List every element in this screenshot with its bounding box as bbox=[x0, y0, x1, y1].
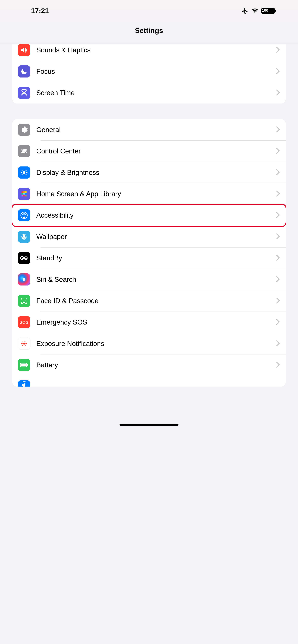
svg-line-11 bbox=[22, 174, 23, 175]
settings-group-general: General Control Center bbox=[13, 119, 285, 386]
chevron-right-icon bbox=[276, 126, 280, 133]
svg-rect-19 bbox=[22, 195, 23, 196]
settings-row-sounds-haptics[interactable]: Sounds & Haptics bbox=[13, 44, 285, 61]
chevron-right-icon bbox=[276, 362, 280, 368]
status-icons: 100 bbox=[241, 8, 275, 14]
row-label: Wallpaper bbox=[36, 233, 273, 240]
home-indicator[interactable] bbox=[119, 424, 179, 426]
svg-point-3 bbox=[25, 152, 26, 153]
svg-rect-13 bbox=[22, 192, 23, 193]
chevron-right-icon bbox=[276, 169, 280, 176]
chevron-right-icon bbox=[276, 47, 280, 54]
airplane-mode-icon bbox=[241, 8, 248, 14]
chevron-right-icon bbox=[276, 190, 280, 197]
row-label: Sounds & Haptics bbox=[36, 46, 273, 54]
svg-rect-20 bbox=[23, 195, 25, 196]
svg-line-12 bbox=[26, 170, 26, 171]
chevron-right-icon bbox=[276, 276, 280, 283]
svg-rect-21 bbox=[25, 195, 27, 196]
row-label: Accessibility bbox=[36, 212, 273, 219]
screen-time-hourglass-icon bbox=[18, 87, 30, 99]
svg-point-47 bbox=[22, 342, 23, 342]
chevron-right-icon bbox=[276, 90, 280, 96]
chevron-right-icon bbox=[276, 319, 280, 326]
settings-row-home-screen[interactable]: Home Screen & App Library bbox=[13, 183, 285, 204]
svg-point-48 bbox=[26, 342, 26, 342]
page-title: Settings bbox=[0, 26, 298, 35]
battery-icon bbox=[18, 359, 30, 371]
chevron-right-icon bbox=[276, 340, 280, 347]
chevron-right-icon bbox=[276, 68, 280, 75]
wallpaper-flower-icon bbox=[18, 231, 30, 243]
privacy-hand-icon bbox=[18, 380, 30, 386]
settings-row-face-id-passcode[interactable]: Face ID & Passcode bbox=[13, 290, 285, 312]
page-header: Settings bbox=[0, 22, 298, 44]
svg-point-1 bbox=[22, 150, 24, 151]
settings-row-standby[interactable]: StandBy bbox=[13, 247, 285, 269]
settings-content: Sounds & Haptics Focus bbox=[0, 44, 298, 421]
svg-rect-2 bbox=[22, 152, 27, 153]
standby-clock-widget-icon bbox=[18, 252, 30, 264]
sos-icon-text: SOS bbox=[20, 320, 29, 325]
svg-line-9 bbox=[22, 170, 23, 171]
settings-row-exposure-notifications[interactable]: Exposure Notifications bbox=[13, 333, 285, 354]
row-label: Control Center bbox=[36, 147, 273, 155]
row-label: Emergency SOS bbox=[36, 318, 273, 326]
siri-icon bbox=[18, 274, 30, 286]
svg-rect-15 bbox=[25, 192, 27, 193]
sos-icon: SOS bbox=[18, 316, 30, 328]
settings-row-siri-search[interactable]: Siri & Search bbox=[13, 269, 285, 290]
home-screen-apps-icon bbox=[18, 188, 30, 200]
focus-moon-icon bbox=[18, 66, 30, 78]
svg-line-10 bbox=[26, 174, 26, 175]
svg-point-45 bbox=[21, 343, 22, 344]
svg-point-49 bbox=[22, 345, 23, 346]
settings-row-screen-time[interactable]: Screen Time bbox=[13, 82, 285, 104]
row-label: Home Screen & App Library bbox=[36, 190, 273, 198]
row-label: General bbox=[36, 126, 273, 134]
svg-rect-57 bbox=[27, 364, 28, 366]
row-label: Screen Time bbox=[36, 89, 273, 97]
face-id-icon bbox=[18, 295, 30, 307]
row-label: Display & Brightness bbox=[36, 169, 273, 176]
svg-rect-56 bbox=[21, 364, 26, 366]
status-bar: 17:21 100 bbox=[0, 0, 298, 22]
chevron-right-icon bbox=[276, 233, 280, 240]
svg-rect-0 bbox=[22, 149, 27, 151]
settings-row-display-brightness[interactable]: Display & Brightness bbox=[13, 162, 285, 183]
control-center-toggles-icon bbox=[18, 145, 30, 157]
exposure-notifications-icon bbox=[18, 338, 30, 350]
row-label: Focus bbox=[36, 68, 273, 75]
chevron-right-icon bbox=[276, 255, 280, 262]
svg-point-4 bbox=[23, 171, 25, 174]
row-label: Siri & Search bbox=[36, 276, 273, 283]
settings-row-accessibility[interactable]: Accessibility bbox=[13, 204, 285, 226]
chevron-right-icon bbox=[276, 148, 280, 154]
settings-row-wallpaper[interactable]: Wallpaper bbox=[13, 226, 285, 247]
wifi-icon bbox=[251, 8, 258, 14]
svg-rect-17 bbox=[23, 193, 25, 194]
sounds-icon bbox=[18, 44, 30, 56]
settings-row-battery[interactable]: Battery bbox=[13, 354, 285, 376]
accessibility-figure-icon bbox=[18, 209, 30, 221]
chevron-right-icon bbox=[276, 212, 280, 219]
brightness-sun-icon bbox=[18, 166, 30, 178]
svg-point-42 bbox=[23, 342, 25, 344]
svg-point-39 bbox=[23, 278, 26, 281]
svg-rect-16 bbox=[22, 193, 23, 194]
status-time: 17:21 bbox=[31, 7, 49, 15]
settings-screen: 17:21 100 Settings bbox=[0, 0, 298, 426]
svg-point-44 bbox=[24, 346, 24, 346]
battery-level: 100 bbox=[262, 8, 268, 12]
battery-indicator: 100 bbox=[261, 8, 275, 14]
settings-row-privacy-partial[interactable] bbox=[13, 376, 285, 386]
settings-row-control-center[interactable]: Control Center bbox=[13, 140, 285, 162]
svg-rect-14 bbox=[23, 192, 25, 193]
settings-row-emergency-sos[interactable]: SOS Emergency SOS bbox=[13, 312, 285, 333]
row-label: Exposure Notifications bbox=[36, 340, 273, 348]
svg-point-24 bbox=[24, 236, 25, 238]
svg-point-46 bbox=[26, 343, 27, 344]
settings-row-focus[interactable]: Focus bbox=[13, 61, 285, 82]
general-gear-icon bbox=[18, 124, 30, 136]
settings-row-general[interactable]: General bbox=[13, 119, 285, 140]
